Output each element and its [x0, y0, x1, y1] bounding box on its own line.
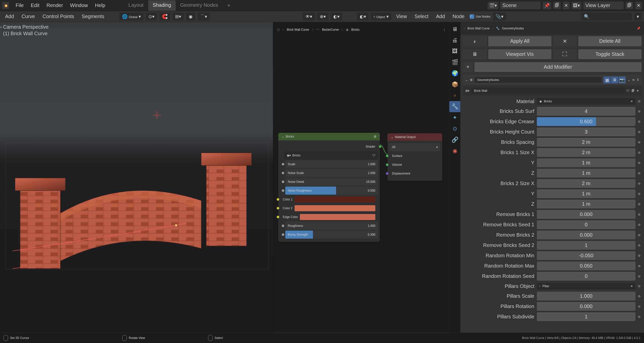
scene-delete-icon[interactable]: ✕ [563, 2, 570, 9]
pobj-value[interactable]: Pillar [542, 284, 549, 288]
tab-object-icon[interactable]: ▫ [449, 90, 460, 101]
tab-render-icon[interactable]: 🖥 [449, 24, 460, 35]
tab-shading[interactable]: Shading [148, 0, 176, 11]
tab-world-icon[interactable]: 🌍 [449, 68, 460, 79]
input-attr-toggle[interactable] [638, 275, 640, 278]
visibility-icon[interactable]: 👁▾ [303, 13, 315, 20]
proportional-falloff-icon[interactable]: ⌒▾ [198, 13, 210, 21]
input-attr-toggle[interactable] [638, 120, 640, 123]
viewlayer-name-field[interactable]: View Layer [583, 2, 624, 9]
menu-file[interactable]: File [12, 1, 27, 10]
b1z-value[interactable]: 1 m [537, 169, 635, 178]
header-add[interactable]: Add [3, 13, 17, 20]
scale-value[interactable]: 1.000 [368, 162, 375, 166]
color2-swatch[interactable] [295, 205, 375, 211]
input-attr-toggle[interactable] [638, 254, 640, 257]
input-attr-toggle[interactable] [638, 244, 640, 247]
node-pin-icon[interactable]: 📎▾ [493, 13, 506, 20]
tab-geometry-nodes[interactable]: Geometry Nodes [176, 0, 223, 11]
noise-detail-value[interactable]: 15.000 [366, 180, 375, 184]
object-mode[interactable]: ▫ Object ▾ [371, 13, 391, 20]
rrseed-value[interactable]: 0 [537, 272, 635, 281]
viewlayer-new-icon[interactable]: 🗐 [626, 2, 633, 9]
scene-name-field[interactable]: Scene [500, 2, 541, 9]
prop-bc-object[interactable]: Brick Wall Curve [467, 27, 490, 30]
mod-dropdown-icon[interactable]: ⌄ [628, 78, 630, 82]
viewlayer-delete-icon[interactable]: ✕ [635, 2, 642, 9]
modifier-name-field[interactable]: GeometryNodes [475, 77, 601, 83]
rb2-value[interactable]: 0.000 [537, 231, 635, 239]
material-clear-icon[interactable]: ✕ [630, 100, 633, 103]
shield-icon[interactable]: 🛡 [372, 154, 375, 157]
tab-data-icon[interactable]: ◉ [449, 145, 460, 156]
input-attr-toggle[interactable] [638, 162, 640, 164]
noise-rough-value[interactable]: 0.550 [368, 189, 375, 192]
delete-all-button[interactable]: Delete All [578, 36, 642, 46]
clear-icon[interactable]: ✕ [630, 284, 633, 288]
b1y-value[interactable]: 1 m [537, 158, 635, 167]
viewport-vis-button[interactable]: Viewport Vis [488, 49, 552, 59]
mod-editmode-icon[interactable]: ▦ [603, 76, 611, 83]
mod-close-icon[interactable]: ✕ [632, 78, 635, 82]
tab-modifiers-icon[interactable]: 🔧 [449, 101, 460, 112]
filter-icon[interactable]: ▾ [634, 13, 641, 20]
prop-bc-modifier[interactable]: GeometryNodes [502, 27, 524, 30]
delete-all-x-button[interactable]: ✕ [553, 36, 577, 46]
tab-collection-icon[interactable]: 📦 [449, 79, 460, 90]
prot-value[interactable]: 0.000 [537, 302, 635, 311]
node-editor[interactable]: ⟨⟩ ▫ Brick Wall Curve › 〰 BezierCurve › … [273, 22, 449, 332]
blender-logo-icon[interactable] [2, 2, 9, 9]
material-name-field[interactable]: Bricks [292, 154, 301, 157]
menu-edit[interactable]: Edit [27, 1, 43, 10]
bc-curve[interactable]: BezierCurve [322, 28, 339, 31]
input-attr-toggle[interactable] [638, 234, 640, 236]
rrmax-value[interactable]: 0.050 [537, 262, 635, 270]
roughness-value[interactable]: 1.400 [368, 224, 375, 228]
use-nodes-checkbox[interactable]: ✓ [470, 14, 474, 19]
mod-extras-icon[interactable]: ⠿ [637, 78, 639, 82]
edge-color-swatch[interactable] [300, 214, 375, 220]
input-attr-toggle[interactable] [638, 182, 640, 185]
rrmin-value[interactable]: -0.050 [537, 251, 635, 260]
b1x-value[interactable]: 2 m [537, 148, 635, 157]
apply-all-button[interactable]: ⬇ [463, 36, 487, 46]
menu-render[interactable]: Render [43, 1, 67, 10]
rb1-value[interactable]: 0.000 [537, 210, 635, 219]
collapse-icon[interactable]: ⌄ [465, 78, 468, 82]
input-attr-toggle[interactable] [638, 295, 640, 297]
node-select[interactable]: Select [412, 13, 431, 20]
tab-scene-icon[interactable]: 🎬 [449, 57, 460, 68]
collapse-node-icon[interactable]: ⌄ [282, 135, 284, 138]
b2y-value[interactable]: 1 m [537, 189, 635, 198]
mod-realtime-icon[interactable]: 🖥 [611, 76, 618, 83]
node-bricks[interactable]: ⌄Bricks⊞ Shader ◉▾Bricks🛡 Scale1.000 Noi… [278, 133, 380, 242]
transform-orientation[interactable]: 🌐 Global ▾ [119, 13, 144, 20]
color1-swatch[interactable] [295, 196, 375, 202]
input-attr-toggle[interactable] [638, 203, 640, 205]
add-modifier-button[interactable]: Add Modifier [474, 62, 641, 72]
input-attr-toggle[interactable] [638, 265, 640, 267]
collapse-icon[interactable]: ⟨⟩ [277, 28, 280, 31]
bc-object[interactable]: Brick Wall Curve [287, 28, 309, 31]
input-attr-toggle[interactable] [638, 151, 640, 154]
hcount-value[interactable]: 3 [537, 127, 635, 136]
new-nodegroup-icon[interactable]: 🗐 [631, 89, 634, 93]
add-modifier-plus-button[interactable]: + [463, 62, 473, 72]
fake-user-icon[interactable]: 🛡 [626, 89, 629, 93]
material-value[interactable]: Bricks [544, 100, 552, 103]
material-browse-icon[interactable]: ◉▾ [287, 154, 291, 157]
noise-scale-value[interactable]: 1.000 [368, 171, 375, 175]
scene-browse-icon[interactable]: 🎬▾ [488, 2, 498, 9]
bc-material[interactable]: Bricks [351, 28, 360, 31]
input-attr-toggle[interactable] [638, 131, 640, 133]
bump-value[interactable]: 0.300 [368, 233, 375, 236]
input-attr-toggle[interactable] [638, 110, 640, 113]
scene-pin-icon[interactable]: 📌 [543, 2, 551, 9]
spacing-value[interactable]: 2 m [537, 138, 635, 147]
input-attr-toggle[interactable] [638, 285, 640, 287]
nodegroup-name-field[interactable]: Brick Wall [471, 88, 624, 94]
rbs2-value[interactable]: 1 [537, 241, 635, 250]
shading-menu-icon[interactable]: ◐▾ [357, 13, 369, 20]
node-view[interactable]: View [394, 13, 410, 20]
tab-output-icon[interactable]: 🖨 [449, 35, 460, 46]
